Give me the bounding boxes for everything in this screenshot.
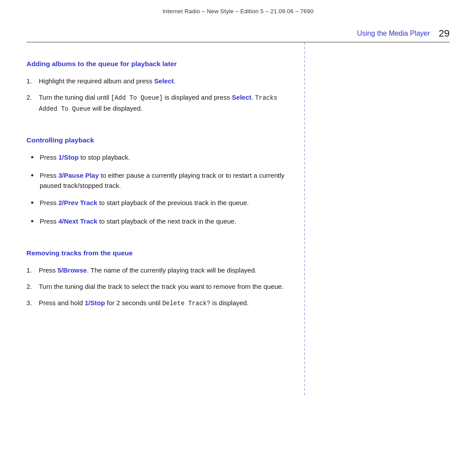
page-header: Internet Radio – New Style – Edition 5 –… xyxy=(0,0,476,19)
list-item: 1. Press 5/Browse. The name of the curre… xyxy=(26,265,291,275)
list-number: 1. xyxy=(26,76,39,86)
list-item-text: Press and hold 1/Stop for 2 seconds unti… xyxy=(39,298,249,309)
bold-5browse: 5/Browse xyxy=(58,266,87,274)
list-item-text: Turn the tuning dial the track to select… xyxy=(39,281,284,292)
spacer-1 xyxy=(26,123,291,132)
list-item-text: Press 3/Pause Play to either pause a cur… xyxy=(40,170,291,191)
spacer-2 xyxy=(26,236,291,245)
heading-removing-tracks: Removing tracks from the queue xyxy=(26,249,291,257)
bold-select-2: Select xyxy=(232,93,251,101)
bullet-icon: • xyxy=(31,152,40,163)
bullet-icon: • xyxy=(31,170,40,181)
chapter-title: Using the Media Player xyxy=(357,30,430,37)
list-number: 2. xyxy=(26,281,39,292)
list-item-text: Press 5/Browse. The name of the currentl… xyxy=(39,265,257,275)
list-controlling-playback: • Press 1/Stop to stop playback. • Press… xyxy=(26,152,291,227)
bold-select-1: Select xyxy=(154,77,174,85)
list-number: 1. xyxy=(26,265,39,275)
bullet-icon: • xyxy=(31,216,40,227)
list-item-text: Press 2/Prev Track to start playback of … xyxy=(40,198,249,208)
list-removing-tracks: 1. Press 5/Browse. The name of the curre… xyxy=(26,265,291,309)
list-item: 3. Press and hold 1/Stop for 2 seconds u… xyxy=(26,298,291,309)
section-adding-albums: Adding albums to the queue for playback … xyxy=(26,60,291,114)
bold-1stop: 1/Stop xyxy=(59,153,79,161)
mono-add-to-queue: [Add To Queue] xyxy=(111,94,163,101)
section-removing-tracks: Removing tracks from the queue 1. Press … xyxy=(26,249,291,309)
list-item: 1. Highlight the required album and pres… xyxy=(26,76,291,86)
list-item: • Press 2/Prev Track to start playback o… xyxy=(31,198,291,209)
list-item: 2. Turn the tuning dial until [Add To Qu… xyxy=(26,92,291,114)
list-item: 2. Turn the tuning dial the track to sel… xyxy=(26,281,291,292)
list-item-text: Highlight the required album and press S… xyxy=(39,76,175,86)
right-column xyxy=(304,42,450,395)
bold-2prev: 2/Prev Track xyxy=(59,199,97,206)
list-item-text: Turn the tuning dial until [Add To Queue… xyxy=(39,92,291,114)
left-column: Adding albums to the queue for playback … xyxy=(26,42,304,395)
list-item: • Press 3/Pause Play to either pause a c… xyxy=(31,170,291,191)
list-number: 3. xyxy=(26,298,39,308)
list-item: • Press 4/Next Track to start playback o… xyxy=(31,216,291,227)
bold-1stop-hold: 1/Stop xyxy=(85,299,105,307)
heading-adding-albums: Adding albums to the queue for playback … xyxy=(26,60,291,68)
page-number: 29 xyxy=(439,28,450,39)
list-adding-albums: 1. Highlight the required album and pres… xyxy=(26,76,291,114)
list-number: 2. xyxy=(26,92,39,102)
bold-4next: 4/Next Track xyxy=(59,217,97,225)
page-layout: Using the Media Player 29 Adding albums … xyxy=(0,19,476,395)
list-item: • Press 1/Stop to stop playback. xyxy=(31,152,291,163)
bold-3pause: 3/Pause Play xyxy=(59,172,99,179)
heading-controlling-playback: Controlling playback xyxy=(26,136,291,144)
bullet-icon: • xyxy=(31,198,40,209)
content-area: Adding albums to the queue for playback … xyxy=(26,42,450,395)
top-right-area: Using the Media Player 29 xyxy=(26,19,450,42)
section-controlling-playback: Controlling playback • Press 1/Stop to s… xyxy=(26,136,291,227)
list-item-text: Press 1/Stop to stop playback. xyxy=(40,152,130,162)
header-text: Internet Radio – New Style – Edition 5 –… xyxy=(163,8,314,15)
list-item-text: Press 4/Next Track to start playback of … xyxy=(40,216,236,226)
mono-delete-track: Delete Track? xyxy=(162,300,210,307)
